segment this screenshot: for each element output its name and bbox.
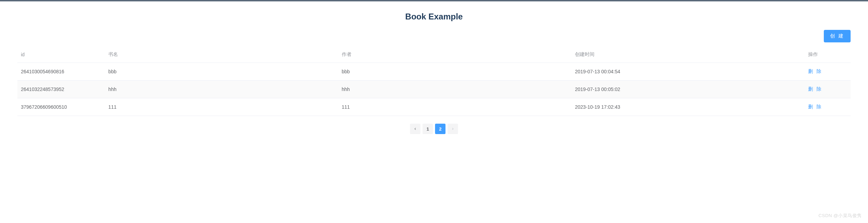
cell-id: 37967206609600510 [17, 98, 105, 116]
col-header-ops: 操作 [805, 47, 851, 63]
page-title: Book Example [17, 12, 851, 22]
cell-created: 2023-10-19 17:02:43 [571, 98, 805, 116]
cell-created: 2019-07-13 00:04:54 [571, 63, 805, 81]
cell-created: 2019-07-13 00:05:02 [571, 81, 805, 98]
table-row: 37967206609600510 111 111 2023-10-19 17:… [17, 98, 851, 116]
table-row: 2641030054690816 bbb bbb 2019-07-13 00:0… [17, 63, 851, 81]
pager-prev-button[interactable] [410, 124, 420, 134]
delete-button[interactable]: 删 除 [808, 86, 822, 92]
col-header-id: id [17, 47, 105, 63]
cell-id: 2641030054690816 [17, 63, 105, 81]
cell-author: 111 [338, 98, 571, 116]
cell-id: 2641032248573952 [17, 81, 105, 98]
cell-author: bbb [338, 63, 571, 81]
table-header-row: id 书名 作者 创建时间 操作 [17, 47, 851, 63]
pagination: 1 2 [17, 124, 851, 134]
cell-name: 111 [105, 98, 338, 116]
col-header-author: 作者 [338, 47, 571, 63]
toolbar: 创 建 [17, 30, 851, 42]
delete-button[interactable]: 删 除 [808, 68, 822, 74]
delete-button[interactable]: 删 除 [808, 104, 822, 109]
book-table: id 书名 作者 创建时间 操作 2641030054690816 bbb bb… [17, 47, 851, 116]
create-button[interactable]: 创 建 [824, 30, 851, 42]
chevron-left-icon [413, 127, 417, 131]
chevron-right-icon [451, 127, 455, 131]
pager-next-button[interactable] [448, 124, 458, 134]
watermark: CSDN @小菜鸟俊隽 [819, 213, 862, 219]
cell-name: hhh [105, 81, 338, 98]
pager-page-2[interactable]: 2 [435, 124, 445, 134]
col-header-created: 创建时间 [571, 47, 805, 63]
cell-author: hhh [338, 81, 571, 98]
cell-name: bbb [105, 63, 338, 81]
pager-page-1[interactable]: 1 [423, 124, 433, 134]
table-row: 2641032248573952 hhh hhh 2019-07-13 00:0… [17, 81, 851, 98]
col-header-name: 书名 [105, 47, 338, 63]
